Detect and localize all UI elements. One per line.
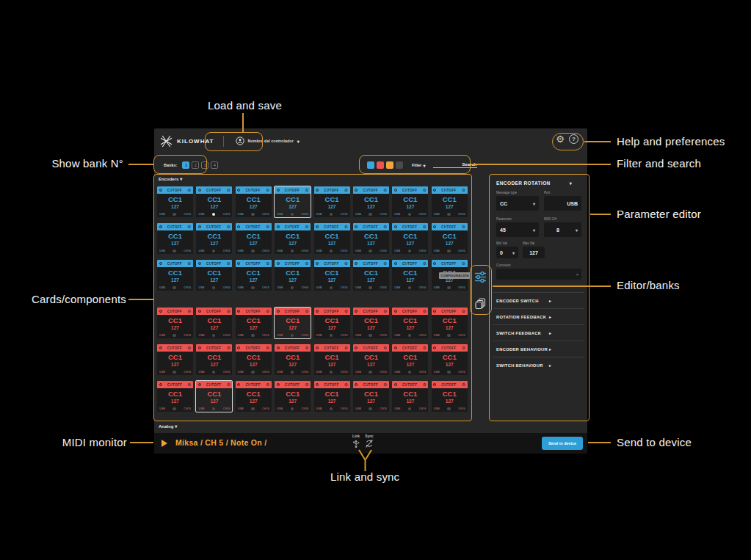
gear-icon[interactable]: ⚙ <box>344 346 348 350</box>
help-icon[interactable]: ? <box>569 134 578 144</box>
component-card[interactable]: CUTOFF⚙CC1127USBCH16 <box>196 308 232 338</box>
component-card[interactable]: CUTOFF⚙CC1127USBCH16 <box>392 260 428 291</box>
gear-icon[interactable]: ⚙ <box>187 346 191 350</box>
component-card[interactable]: CUTOFF⚙CC1127USBCH16 <box>314 186 350 217</box>
settings-icon[interactable]: ⚙ <box>556 134 565 144</box>
gear-icon[interactable]: ⚙ <box>462 261 465 266</box>
parameter-select[interactable]: 45 ▾ <box>496 222 539 237</box>
component-card[interactable]: CUTOFF⚙CC1127USBCH16 <box>275 260 311 291</box>
component-card[interactable]: CUTOFF⚙CC1127USBCH16 <box>157 223 193 254</box>
comment-input[interactable]: × <box>496 269 581 280</box>
search-input[interactable]: Search <box>433 162 477 168</box>
component-card[interactable]: CUTOFF⚙CC1127USBCH16 <box>157 308 193 338</box>
filter-swatch-1[interactable] <box>377 161 384 169</box>
gear-icon[interactable]: ⚙ <box>305 188 308 192</box>
gear-icon[interactable]: ⚙ <box>383 346 387 350</box>
gear-icon[interactable]: ⚙ <box>226 261 230 266</box>
midi-ch-select[interactable]: 8 ▾ <box>544 222 581 237</box>
component-card[interactable]: CUTOFF⚙CC1127USBCH16 <box>196 260 232 291</box>
clear-icon[interactable]: × <box>576 272 578 277</box>
gear-icon[interactable]: ⚙ <box>305 261 308 266</box>
send-to-device-button[interactable]: Send to device <box>542 437 583 450</box>
controller-name-dropdown[interactable]: Nombre del controlador ▾ <box>231 134 304 148</box>
gear-icon[interactable]: ⚙ <box>462 225 465 229</box>
component-card[interactable]: CUTOFF⚙CC1127USBCH16 <box>275 344 311 375</box>
accordion-encoder-behaviour[interactable]: ENCODER BEHAVIOUR ▸ <box>493 341 584 357</box>
gear-icon[interactable]: ⚙ <box>383 188 387 192</box>
analog-section-toggle[interactable]: Analog ▾ <box>159 423 177 429</box>
gear-icon[interactable]: ⚙ <box>422 309 426 313</box>
filter-dropdown[interactable]: Filter ▾ <box>412 163 425 168</box>
filter-swatch-0[interactable] <box>367 161 374 169</box>
bank-1-button[interactable]: 1 <box>182 161 189 169</box>
component-card[interactable]: CUTOFF⚙CC1127USBCH16 <box>353 260 389 291</box>
component-card[interactable]: CUTOFF⚙CC1127USBCH16 <box>353 223 389 254</box>
gear-icon[interactable]: ⚙ <box>226 382 230 387</box>
gear-icon[interactable]: ⚙ <box>226 225 230 229</box>
message-type-select[interactable]: CC ▾ <box>496 196 539 211</box>
gear-icon[interactable]: ⚙ <box>383 225 387 229</box>
gear-icon[interactable]: ⚙ <box>383 382 387 387</box>
gear-icon[interactable]: ⚙ <box>462 346 465 350</box>
gear-icon[interactable]: ⚙ <box>226 309 230 313</box>
gear-icon[interactable]: ⚙ <box>187 382 191 387</box>
gear-icon[interactable]: ⚙ <box>383 261 387 266</box>
accordion-switch-feedback[interactable]: SWITCH FEEDBACK ▸ <box>493 324 584 341</box>
bank-4-button[interactable]: 4 <box>211 161 218 169</box>
component-card[interactable]: CUTOFF⚙CC1127USBCH16 <box>236 381 272 412</box>
component-card[interactable]: CUTOFF⚙CC1127USBCH16 <box>314 344 350 375</box>
gear-icon[interactable]: ⚙ <box>305 225 308 229</box>
component-card[interactable]: CUTOFF⚙CC1127USBCH16 <box>392 308 428 338</box>
component-card[interactable]: CUTOFF⚙CC1127USBCH16 <box>196 344 232 375</box>
component-card[interactable]: CUTOFF⚙CC1127USBCH16 <box>196 223 232 254</box>
component-card[interactable]: CUTOFF⚙CC1127USBCH16 <box>392 381 428 412</box>
component-card[interactable]: CUTOFF⚙CC1127USBCH16 <box>157 344 193 375</box>
gear-icon[interactable]: ⚙ <box>226 188 230 192</box>
gear-icon[interactable]: ⚙ <box>344 382 348 387</box>
gear-icon[interactable]: ⚙ <box>266 382 269 387</box>
component-card[interactable]: CUTOFF⚙CC1127USBCH16 <box>275 381 311 412</box>
gear-icon[interactable]: ⚙ <box>187 188 191 192</box>
component-card[interactable]: CUTOFF⚙CC1127USBCH16 <box>353 308 389 338</box>
gear-icon[interactable]: ⚙ <box>305 346 308 350</box>
component-card[interactable]: CUTOFF⚙CC1127USBCH16 <box>392 344 428 375</box>
component-card[interactable]: CUTOFF⚙CC1127USBCH16 <box>353 381 389 412</box>
banks-copy-icon[interactable] <box>475 298 486 310</box>
editor-sliders-icon[interactable] <box>474 272 487 283</box>
component-card[interactable]: CUTOFF⚙CC1127USBCH16 <box>236 308 272 338</box>
gear-icon[interactable]: ⚙ <box>187 309 191 313</box>
component-card[interactable]: CUTOFF⚙CC1127USBCH16 <box>432 308 468 338</box>
component-card[interactable]: CUTOFF⚙CC1127USBCH16 <box>196 186 232 217</box>
play-icon[interactable] <box>162 440 167 447</box>
accordion-rotation-feedback[interactable]: ROTATION FEEDBACK ▸ <box>493 308 584 324</box>
gear-icon[interactable]: ⚙ <box>305 382 308 387</box>
accordion-encoder-switch[interactable]: ENCODER SWITCH ▸ <box>493 292 584 308</box>
gear-icon[interactable]: ⚙ <box>422 346 426 350</box>
component-card[interactable]: CUTOFF⚙CC1127USBCH16 <box>157 260 193 291</box>
component-card[interactable]: CUTOFF⚙CC1127USBCH16 <box>392 186 428 217</box>
filter-swatch-2[interactable] <box>386 161 393 169</box>
component-card[interactable]: CUTOFF⚙CC1127USBCH16 <box>236 260 272 291</box>
gear-icon[interactable]: ⚙ <box>266 346 269 350</box>
component-card[interactable]: CUTOFF⚙CC1127USBCH16 <box>432 186 468 217</box>
min-val-select[interactable]: 0 ▾ <box>496 247 518 258</box>
component-card[interactable]: CUTOFF⚙CC1127USBCH16 <box>392 223 428 254</box>
component-card[interactable]: CUTOFF⚙CC1127USBCH16 <box>432 381 468 412</box>
component-card[interactable]: CUTOFF⚙CC1127USBCH16 <box>275 308 311 338</box>
gear-icon[interactable]: ⚙ <box>344 188 348 192</box>
max-val-field[interactable]: 127 <box>523 247 545 258</box>
gear-icon[interactable]: ⚙ <box>187 261 191 266</box>
component-card[interactable]: CUTOFF⚙CC1127USBCH16 <box>236 223 272 254</box>
bank-3-button[interactable]: 3 <box>201 161 208 169</box>
gear-icon[interactable]: ⚙ <box>266 225 269 229</box>
bank-2-button[interactable]: 2 <box>192 161 199 169</box>
gear-icon[interactable]: ⚙ <box>266 309 269 313</box>
gear-icon[interactable]: ⚙ <box>266 261 269 266</box>
encoders-section-toggle[interactable]: Encoders ▾ <box>159 176 182 181</box>
gear-icon[interactable]: ⚙ <box>305 309 308 313</box>
gear-icon[interactable]: ⚙ <box>422 382 426 387</box>
gear-icon[interactable]: ⚙ <box>344 261 348 266</box>
gear-icon[interactable]: ⚙ <box>344 309 348 313</box>
component-card[interactable]: CUTOFF⚙CC1127USBCH16 <box>236 344 272 375</box>
component-card[interactable]: CUTOFF⚙CC1127USBCH16 <box>314 260 350 291</box>
